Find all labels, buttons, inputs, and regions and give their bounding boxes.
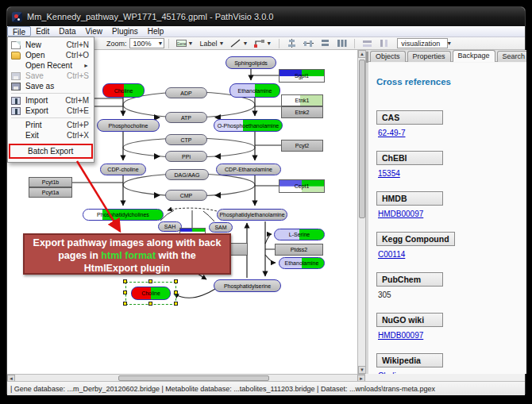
menu-shortcut: Ctrl+X bbox=[67, 131, 89, 140]
menu-shortcut: Ctrl+P bbox=[67, 121, 89, 129]
export-icon bbox=[11, 107, 21, 115]
ethanolamine-node[interactable]: Ethanolamine bbox=[229, 83, 280, 98]
file-menu-item-save-as[interactable]: Save as bbox=[8, 81, 94, 91]
ppi-node[interactable]: PPi bbox=[165, 151, 207, 162]
l-serine-node[interactable]: L-Serine bbox=[274, 229, 325, 240]
file-menu-item-print[interactable]: PrintCtrl+P bbox=[8, 120, 94, 130]
crossref-link[interactable]: 62-49-7 bbox=[378, 129, 405, 137]
file-menu-item-save[interactable]: SaveCtrl+S bbox=[8, 71, 94, 81]
common-width-button[interactable] bbox=[360, 38, 375, 49]
tab-search[interactable]: Search bbox=[497, 51, 526, 62]
file-menu-item-new[interactable]: NewCtrl+N bbox=[8, 40, 94, 50]
stack-vertical-icon bbox=[320, 39, 330, 48]
etnk2-node[interactable]: Etnk2 bbox=[281, 106, 323, 118]
crossref-source-header: NuGO wiki bbox=[376, 313, 443, 327]
ptdss2-node[interactable]: Ptdss2 bbox=[275, 244, 323, 256]
menu-edit[interactable]: Edit bbox=[31, 26, 54, 37]
selection-handle[interactable] bbox=[123, 279, 127, 283]
stack-vertical-button[interactable] bbox=[318, 38, 333, 49]
ethanolamine-2-node[interactable]: Ethanolamine bbox=[279, 257, 325, 269]
zoom-combo[interactable]: 100%▼ bbox=[129, 38, 164, 48]
align-center-y-button[interactable] bbox=[301, 38, 316, 49]
tab-objects[interactable]: Objects bbox=[370, 51, 406, 62]
pcyt1a-node[interactable]: Pcyt1a bbox=[29, 187, 72, 198]
sphingolipids-node[interactable]: Sphingolipids bbox=[226, 56, 276, 69]
no-icon bbox=[13, 148, 23, 156]
title-bar[interactable]: Mm_Kennedy_pathway_WP1771_45176.gpml - P… bbox=[7, 7, 525, 26]
cdp-ethanolamine-node[interactable]: CDP-Ethanolamine bbox=[216, 164, 281, 175]
zoom-label: Zoom: bbox=[106, 40, 127, 48]
menu-file[interactable]: File bbox=[7, 26, 31, 37]
menu-plugins[interactable]: Plugins bbox=[107, 26, 143, 37]
line-tool-button[interactable]: ▼ bbox=[228, 38, 250, 49]
html-format-highlight: html format bbox=[101, 250, 156, 261]
cdp-choline-node[interactable]: CDP-choline bbox=[100, 164, 146, 175]
file-menu-item-open-recent[interactable]: Open Recent► bbox=[8, 60, 94, 71]
sgpl1-node[interactable]: Sgpl1 bbox=[279, 69, 325, 83]
label-button[interactable]: Label▼ bbox=[197, 38, 226, 49]
crossref-source-header: CAS bbox=[376, 110, 443, 125]
menu-data[interactable]: Data bbox=[54, 26, 80, 37]
selection-handle[interactable] bbox=[123, 290, 127, 294]
cmp-node[interactable]: CMP bbox=[165, 190, 207, 201]
backpage-panel: Cross references CAS62-49-7ChEBI15354HMD… bbox=[368, 63, 526, 374]
common-height-button[interactable] bbox=[376, 38, 391, 49]
file-menu-item-export[interactable]: ExportCtrl+E bbox=[8, 106, 94, 116]
phosphatidylserine-node[interactable]: Phosphatidylserine bbox=[214, 279, 281, 292]
visualization-combo[interactable]: visualization▼ bbox=[397, 38, 448, 48]
datanode-button[interactable]: Gene▼ bbox=[174, 38, 196, 49]
sidebar-tabs: Objects Properties Backpage Search Legen… bbox=[368, 50, 526, 62]
file-menu-item-batch-export[interactable]: Batch Export bbox=[10, 146, 91, 156]
tab-properties[interactable]: Properties bbox=[407, 51, 451, 62]
selection-handle[interactable] bbox=[174, 290, 178, 294]
crossref-link[interactable]: HMDB00097 bbox=[378, 210, 423, 218]
phosphatidylcholines-node[interactable]: Phosphatidylcholines bbox=[83, 209, 164, 221]
phosphocholine-node[interactable]: Phosphocholine bbox=[97, 119, 160, 132]
align-center-x-icon bbox=[287, 39, 297, 48]
menu-shortcut: Ctrl+N bbox=[66, 40, 89, 49]
sidebar: Objects Properties Backpage Search Legen… bbox=[368, 50, 526, 374]
menu-help[interactable]: Help bbox=[143, 26, 169, 37]
align-center-x-button[interactable] bbox=[284, 38, 299, 49]
sah-node[interactable]: SAH bbox=[158, 221, 182, 232]
ctp-node[interactable]: CTP bbox=[165, 134, 207, 145]
window-title: Mm_Kennedy_pathway_WP1771_45176.gpml - P… bbox=[27, 12, 273, 21]
phosphatidylethanolamine-node[interactable]: Phosphatidylethanolamine bbox=[217, 209, 287, 221]
selection-handle[interactable] bbox=[148, 279, 152, 283]
annotation-callout: Export pathway images along with back pa… bbox=[23, 233, 231, 275]
pcyt2-node[interactable]: Pcyt2 bbox=[281, 140, 323, 152]
horizontal-scrollbar[interactable]: ◄ ► bbox=[7, 374, 365, 381]
crossref-link[interactable]: Choline bbox=[378, 371, 405, 374]
horizontal-scroll-thumb[interactable] bbox=[118, 375, 269, 381]
sam-node[interactable]: SAM bbox=[209, 222, 233, 233]
file-menu-item-open[interactable]: OpenCtrl+O bbox=[8, 50, 94, 60]
pcyt1b-node[interactable]: Pcyt1b bbox=[29, 177, 72, 187]
crossref-link[interactable]: 15354 bbox=[378, 169, 400, 178]
file-menu-item-import[interactable]: ImportCtrl+M bbox=[8, 95, 94, 106]
atp-node[interactable]: ATP bbox=[165, 112, 207, 123]
adp-node[interactable]: ADP bbox=[165, 87, 207, 98]
tab-backpage[interactable]: Backpage bbox=[453, 50, 495, 62]
crossref-source-header: Wikipedia bbox=[376, 353, 443, 367]
dag-aag-node[interactable]: DAG/AAG bbox=[165, 169, 209, 180]
menu-separator bbox=[11, 117, 91, 118]
chevron-down-icon: ▼ bbox=[440, 40, 452, 46]
connector-tool-button[interactable]: ▼ bbox=[252, 38, 274, 49]
crossref-link[interactable]: C00114 bbox=[378, 250, 405, 259]
vertical-scrollbar[interactable]: ▲ ▼ bbox=[357, 50, 365, 374]
crossref-link[interactable]: HMDB00097 bbox=[378, 331, 423, 340]
cept1-node[interactable]: Cept1 bbox=[279, 179, 325, 193]
selection-handle[interactable] bbox=[148, 302, 152, 306]
menu-item-label: Save as bbox=[25, 82, 89, 90]
selection-handle[interactable] bbox=[174, 302, 178, 306]
crossref-source-header: ChEBI bbox=[376, 151, 443, 165]
file-menu-item-exit[interactable]: ExitCtrl+X bbox=[8, 130, 94, 140]
selection-handle[interactable] bbox=[123, 302, 127, 306]
choline-node[interactable]: Choline bbox=[102, 83, 145, 98]
o-phosphoethanolamine-node[interactable]: O-Phosphoethanolamine bbox=[214, 119, 283, 132]
stack-horizontal-button[interactable] bbox=[334, 38, 349, 49]
etnk1-node[interactable]: Etnk1 bbox=[281, 94, 323, 106]
selection-handle[interactable] bbox=[174, 279, 178, 283]
menu-view[interactable]: View bbox=[80, 26, 107, 37]
vertical-scroll-thumb[interactable] bbox=[359, 60, 365, 218]
